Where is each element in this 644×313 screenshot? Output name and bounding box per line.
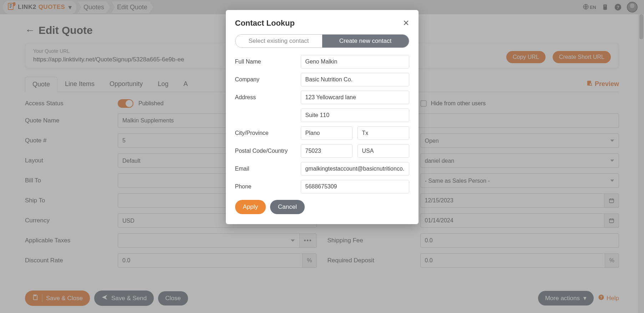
modal-overlay: Contact Lookup ✕ Select existing contact… <box>0 0 644 14</box>
contact-lookup-modal: Contact Lookup ✕ Select existing contact… <box>226 10 419 14</box>
